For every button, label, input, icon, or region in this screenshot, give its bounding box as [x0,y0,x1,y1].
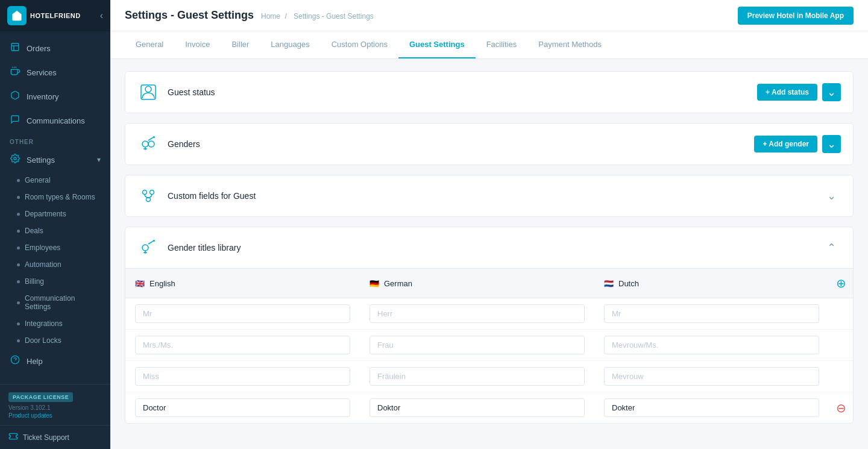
breadcrumb: Home / Settings - Guest Settings [261,12,376,20]
gender-titles-table: 🇬🇧 English 🇩🇪 German 🇳🇱 Dutch ⊕ [125,269,853,423]
settings-icon [10,154,20,166]
row-2-dutch-input[interactable] [604,336,819,354]
dot-icon [17,230,20,233]
genders-toggle-btn[interactable]: ⌄ [822,135,841,153]
german-label: German [384,279,412,288]
dot-icon [17,196,20,199]
tab-custom-options[interactable]: Custom Options [321,31,398,58]
tabs-bar: General Invoice Biller Languages Custom … [110,31,868,59]
row-3-german-input[interactable] [370,367,585,386]
topbar: Settings - Guest Settings Home / Setting… [110,0,868,31]
svg-line-13 [148,137,154,140]
row-2-german-cell [360,330,594,360]
row-4-dutch-input[interactable] [604,398,819,417]
dot-icon [17,246,20,250]
sidebar-item-services-label: Services [27,68,57,77]
product-updates-link[interactable]: Product updates [8,412,102,419]
svg-point-11 [142,141,148,147]
svg-point-9 [145,86,151,92]
dot-icon [17,339,20,342]
row-4-german-input[interactable] [370,398,585,417]
sidebar-item-communications[interactable]: Communications [0,108,110,133]
add-status-button[interactable]: + Add status [757,84,817,101]
preview-hotel-button[interactable]: Preview Hotel in Mobile App [738,7,854,25]
ticket-support[interactable]: Ticket Support [0,425,110,449]
custom-fields-toggle-btn[interactable]: ⌄ [822,187,841,205]
english-flag: 🇬🇧 [135,279,145,288]
sidebar-item-communications-label: Communications [27,116,85,125]
row-2-action-cell [829,330,853,360]
remove-row-button[interactable]: ⊖ [836,401,846,415]
help-label: Help [27,357,43,366]
breadcrumb-separator: / [285,12,286,20]
sidebar-sub-item-employees[interactable]: Employees [0,239,110,256]
tab-biller[interactable]: Biller [221,31,260,58]
guest-status-title: Guest status [168,87,215,97]
sidebar-item-orders-label: Orders [27,44,51,53]
row-3-dutch-input[interactable] [604,367,819,386]
lang-header-add-col: ⊕ [829,269,853,298]
sidebar-footer: PACKAGE LICENSE Version 3.102.1 Product … [0,384,110,425]
sidebar-sub-item-deals[interactable]: Deals [0,222,110,239]
tab-guest-settings[interactable]: Guest Settings [398,31,476,58]
table-row: ⊖ [125,392,853,423]
settings-chevron-icon: ▾ [97,155,101,164]
lang-header-english: 🇬🇧 English [125,269,360,298]
guest-status-toggle-btn[interactable]: ⌄ [822,83,841,101]
add-language-column-button[interactable]: ⊕ [836,276,846,290]
add-gender-button[interactable]: + Add gender [754,136,817,152]
sidebar-section-other: OTHER [0,133,110,148]
row-4-english-cell [125,392,360,423]
sidebar-sub-item-door-locks[interactable]: Door Locks [0,332,110,349]
sidebar-item-services[interactable]: Services [0,60,110,84]
custom-fields-title: Custom fields for Guest [168,191,256,201]
row-4-english-input[interactable] [135,398,350,417]
sidebar-sub-item-general[interactable]: General [0,172,110,189]
row-3-english-input[interactable] [135,367,350,386]
gender-titles-section: Gender titles library ⌃ 🇬🇧 English 🇩🇪 Ge… [125,227,854,424]
sidebar-sub-item-automation[interactable]: Automation [0,256,110,273]
sidebar: HOTELFRIEND ‹ Orders Services Inventory [0,0,110,449]
row-1-german-input[interactable] [370,304,585,323]
row-1-dutch-cell [594,298,829,329]
table-row [125,298,853,330]
lang-header-german: 🇩🇪 German [360,269,594,298]
tab-invoice[interactable]: Invoice [174,31,221,58]
sidebar-item-orders[interactable]: Orders [0,36,110,60]
package-badge: PACKAGE LICENSE [8,392,73,402]
english-label: English [149,279,175,288]
breadcrumb-home[interactable]: Home [261,12,280,20]
logo-icon [7,6,27,25]
svg-rect-0 [11,43,19,51]
sidebar-sub-item-departments[interactable]: Departments [0,206,110,222]
tab-facilities[interactable]: Facilities [476,31,528,58]
sidebar-item-settings[interactable]: Settings ▾ [0,148,110,172]
sidebar-sub-item-communication-settings[interactable]: Communication Settings [0,290,110,315]
row-2-german-input[interactable] [370,336,585,354]
inventory-icon [10,90,20,102]
genders-header: Genders + Add gender ⌄ [125,124,853,165]
guest-status-section: Guest status + Add status ⌄ [125,71,854,113]
row-1-dutch-input[interactable] [604,304,819,323]
row-1-action-cell [829,298,853,329]
tab-general[interactable]: General [125,31,174,58]
tab-payment-methods[interactable]: Payment Methods [527,31,612,58]
gender-titles-header: Gender titles library ⌃ [125,227,853,269]
sidebar-sub-item-integrations[interactable]: Integrations [0,315,110,332]
dot-icon [17,280,20,283]
sidebar-sub-item-room-types[interactable]: Room types & Rooms [0,189,110,206]
gender-titles-title: Gender titles library [168,243,241,253]
row-4-action-cell: ⊖ [829,392,853,423]
row-2-english-cell [125,330,360,360]
help-icon [10,355,20,367]
dutch-label: Dutch [618,279,639,288]
svg-point-19 [142,245,148,251]
sidebar-item-help[interactable]: Help [0,349,110,373]
sidebar-item-inventory[interactable]: Inventory [0,84,110,108]
tab-languages[interactable]: Languages [260,31,320,58]
gender-titles-toggle-btn[interactable]: ⌃ [822,239,841,257]
sidebar-collapse-btn[interactable]: ‹ [100,10,103,21]
row-2-english-input[interactable] [135,336,350,354]
row-1-english-input[interactable] [135,304,350,323]
sidebar-sub-item-billing[interactable]: Billing [0,273,110,290]
